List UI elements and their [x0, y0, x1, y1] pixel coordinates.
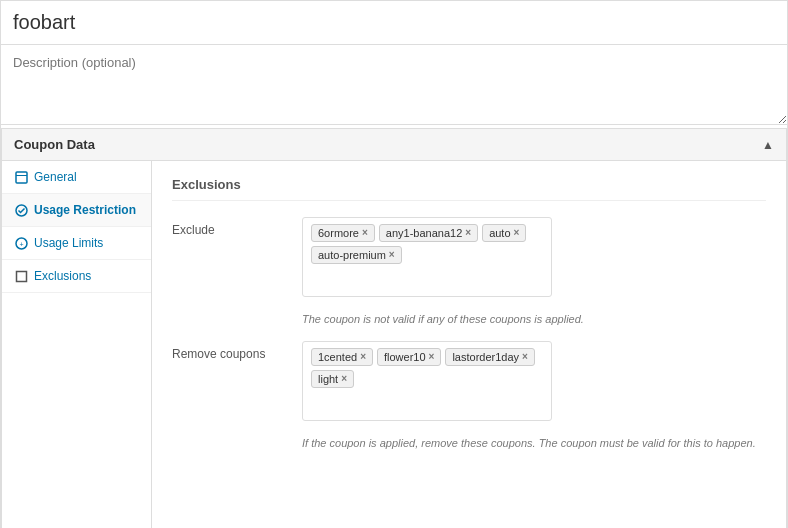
- main-content: Exclusions Exclude 6ormore × any1-banana…: [152, 161, 786, 528]
- page-wrapper: Coupon Data ▲ General: [0, 0, 788, 528]
- collapse-arrow-icon[interactable]: ▲: [762, 138, 774, 152]
- tag-1cented-remove[interactable]: ×: [360, 352, 366, 362]
- exclude-note: The coupon is not valid if any of these …: [302, 313, 766, 325]
- coupon-data-header: Coupon Data ▲: [2, 129, 786, 161]
- exclude-row: Exclude 6ormore × any1-banana12 × auto ×: [172, 217, 766, 297]
- tag-flower10: flower10 ×: [377, 348, 441, 366]
- tag-auto-label: auto: [489, 227, 510, 239]
- coupon-data-body: General Usage Restriction: [2, 161, 786, 528]
- tag-lastorder1day-remove[interactable]: ×: [522, 352, 528, 362]
- sidebar-item-usage-restriction-label: Usage Restriction: [34, 203, 136, 217]
- tag-any1-banana12: any1-banana12 ×: [379, 224, 478, 242]
- svg-rect-0: [16, 172, 27, 183]
- sidebar-item-usage-restriction[interactable]: Usage Restriction: [2, 194, 151, 227]
- sidebar-item-general-label: General: [34, 170, 77, 184]
- sidebar: General Usage Restriction: [2, 161, 152, 528]
- coupon-data-section: Coupon Data ▲ General: [1, 128, 787, 528]
- tag-auto-remove[interactable]: ×: [514, 228, 520, 238]
- remove-coupons-tags-container[interactable]: 1cented × flower10 × lastorder1day × l: [302, 341, 552, 421]
- sidebar-item-usage-limits-label: Usage Limits: [34, 236, 103, 250]
- title-input[interactable]: [1, 1, 787, 45]
- sidebar-item-exclusions-label: Exclusions: [34, 269, 91, 283]
- exclusions-icon: [14, 269, 28, 283]
- coupon-data-title: Coupon Data: [14, 137, 95, 152]
- tag-6ormore-remove[interactable]: ×: [362, 228, 368, 238]
- sidebar-item-general[interactable]: General: [2, 161, 151, 194]
- tag-1cented: 1cented ×: [311, 348, 373, 366]
- tag-flower10-remove[interactable]: ×: [429, 352, 435, 362]
- svg-text:+: +: [19, 240, 23, 247]
- usage-limits-icon: +: [14, 236, 28, 250]
- tag-auto: auto ×: [482, 224, 526, 242]
- tag-lastorder1day: lastorder1day ×: [445, 348, 535, 366]
- tag-auto-premium: auto-premium ×: [311, 246, 402, 264]
- tag-6ormore-label: 6ormore: [318, 227, 359, 239]
- description-textarea[interactable]: [1, 45, 787, 125]
- tag-auto-premium-label: auto-premium: [318, 249, 386, 261]
- tag-any1-banana12-remove[interactable]: ×: [465, 228, 471, 238]
- tag-light-label: light: [318, 373, 338, 385]
- sidebar-item-exclusions[interactable]: Exclusions: [2, 260, 151, 293]
- sidebar-item-usage-limits[interactable]: + Usage Limits: [2, 227, 151, 260]
- remove-coupons-label: Remove coupons: [172, 341, 302, 361]
- general-icon: [14, 170, 28, 184]
- tag-auto-premium-remove[interactable]: ×: [389, 250, 395, 260]
- tag-1cented-label: 1cented: [318, 351, 357, 363]
- exclusions-section-title: Exclusions: [172, 177, 766, 201]
- remove-coupons-note: If the coupon is applied, remove these c…: [302, 437, 766, 449]
- tag-any1-banana12-label: any1-banana12: [386, 227, 462, 239]
- svg-rect-5: [16, 271, 26, 281]
- exclude-label: Exclude: [172, 217, 302, 237]
- remove-coupons-row: Remove coupons 1cented × flower10 × last…: [172, 341, 766, 421]
- tag-light-remove[interactable]: ×: [341, 374, 347, 384]
- exclude-tags-container[interactable]: 6ormore × any1-banana12 × auto × auto-: [302, 217, 552, 297]
- usage-restriction-icon: [14, 203, 28, 217]
- tag-lastorder1day-label: lastorder1day: [452, 351, 519, 363]
- tag-6ormore: 6ormore ×: [311, 224, 375, 242]
- tag-light: light ×: [311, 370, 354, 388]
- tag-flower10-label: flower10: [384, 351, 426, 363]
